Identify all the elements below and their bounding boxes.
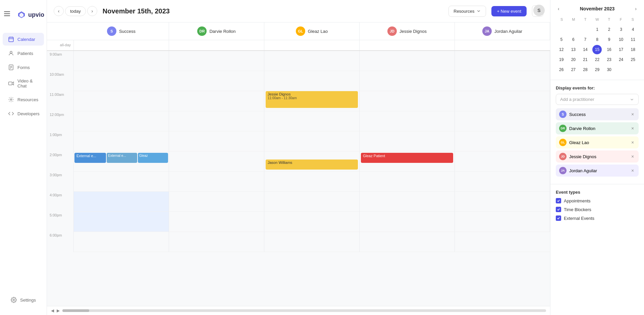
event-jason-williams[interactable]: Jason Williams [266, 160, 358, 170]
cell-jessie-12[interactable] [360, 111, 455, 131]
mini-cal-date-19[interactable]: 19 [557, 55, 566, 64]
next-button[interactable]: › [87, 6, 97, 16]
scroll-left-btn[interactable]: ◀ [50, 308, 55, 314]
mini-cal-date-14[interactable]: 14 [581, 45, 590, 54]
mini-cal-date-empty[interactable] [616, 65, 626, 74]
mini-cal-date-8[interactable]: 8 [592, 35, 602, 44]
cell-jessie-1[interactable] [360, 131, 455, 151]
cell-darvie-11[interactable] [169, 91, 264, 111]
mini-cal-date-15-today[interactable]: 15 [592, 45, 602, 54]
new-event-button[interactable]: + New event [491, 6, 527, 16]
mini-cal-date-24[interactable]: 24 [616, 55, 626, 64]
sidebar-item-patients[interactable]: Patients [3, 47, 44, 60]
cell-gleaz-3[interactable] [264, 172, 360, 192]
mini-cal-date-16[interactable]: 16 [604, 45, 614, 54]
mini-cal-date-22[interactable]: 22 [592, 55, 602, 64]
cell-success-4[interactable] [74, 192, 169, 212]
sidebar-item-settings[interactable]: Settings [5, 294, 41, 306]
event-gleaz-label[interactable]: Gleaz [138, 153, 168, 163]
cell-darvie-6[interactable] [169, 232, 264, 252]
cell-success-1[interactable] [74, 131, 169, 151]
mini-cal-next[interactable]: › [633, 5, 639, 12]
mini-cal-date-26[interactable]: 26 [557, 65, 566, 74]
cell-gleaz-1[interactable] [264, 131, 360, 151]
cell-darvie-5[interactable] [169, 212, 264, 232]
mini-cal-date-5[interactable]: 5 [557, 35, 566, 44]
cell-darvie-1[interactable] [169, 131, 264, 151]
mini-cal-date-empty2[interactable] [628, 65, 638, 74]
cell-jordan-4[interactable] [455, 192, 550, 212]
mini-cal-date-7[interactable]: 7 [581, 35, 590, 44]
cell-gleaz-10[interactable] [264, 71, 360, 91]
mini-cal-date-9[interactable]: 9 [604, 35, 614, 44]
mini-cal-date-4[interactable]: 4 [628, 25, 638, 34]
mini-cal-date-25[interactable]: 25 [628, 55, 638, 64]
chip-close-darvie[interactable]: × [630, 126, 635, 131]
cell-gleaz-5[interactable] [264, 212, 360, 232]
cell-gleaz-4[interactable] [264, 192, 360, 212]
checkbox-external-events[interactable] [556, 215, 561, 221]
cell-success-5[interactable] [74, 212, 169, 232]
sidebar-item-calendar[interactable]: Calendar [3, 33, 44, 46]
hamburger-menu[interactable] [4, 11, 10, 16]
mini-cal-date-20[interactable]: 20 [569, 55, 578, 64]
cell-jordan-11[interactable] [455, 91, 550, 111]
mini-cal-date-3[interactable]: 3 [616, 25, 626, 34]
cell-gleaz-12[interactable] [264, 111, 360, 131]
mini-cal-date[interactable] [557, 25, 566, 34]
cell-jordan-6[interactable] [455, 232, 550, 252]
checkbox-time-blockers[interactable] [556, 207, 561, 212]
cell-jordan-9[interactable] [455, 51, 550, 71]
cell-success-2[interactable]: External e... External e... Gleaz [74, 151, 169, 172]
chip-close-jordan[interactable]: × [630, 168, 635, 173]
cell-jessie-6[interactable] [360, 232, 455, 252]
mini-cal-date-21[interactable]: 21 [581, 55, 590, 64]
sidebar-item-resources[interactable]: Resources [3, 93, 44, 106]
mini-cal-date[interactable] [581, 25, 590, 34]
chip-close-jessie[interactable]: × [630, 154, 635, 159]
cell-darvie-2[interactable] [169, 151, 264, 172]
resources-button[interactable]: Resources [448, 6, 486, 17]
mini-cal-prev[interactable]: ‹ [556, 5, 561, 12]
mini-cal-date-10[interactable]: 10 [616, 35, 626, 44]
cell-success-12[interactable] [74, 111, 169, 131]
cell-success-10[interactable] [74, 71, 169, 91]
mini-cal-date-28[interactable]: 28 [581, 65, 590, 74]
mini-cal-date-27[interactable]: 27 [569, 65, 578, 74]
checkbox-appointments[interactable] [556, 198, 561, 203]
event-external-2[interactable]: External e... [107, 153, 137, 163]
time-grid-container[interactable]: 9:00am 10:00am 11:00am [47, 51, 550, 306]
mini-cal-date-29[interactable]: 29 [592, 65, 602, 74]
sidebar-item-forms[interactable]: Forms [3, 61, 44, 74]
cell-jessie-10[interactable] [360, 71, 455, 91]
cell-jordan-3[interactable] [455, 172, 550, 192]
mini-cal-date-18[interactable]: 18 [628, 45, 638, 54]
cell-jordan-5[interactable] [455, 212, 550, 232]
mini-cal-date-30[interactable]: 30 [604, 65, 614, 74]
cell-darvie-4[interactable] [169, 192, 264, 212]
cell-darvie-3[interactable] [169, 172, 264, 192]
cell-success-9[interactable] [74, 51, 169, 71]
cell-jordan-1[interactable] [455, 131, 550, 151]
chip-close-success[interactable]: × [630, 112, 635, 117]
cell-darvie-9[interactable] [169, 51, 264, 71]
cell-jordan-10[interactable] [455, 71, 550, 91]
cell-jordan-2[interactable] [455, 151, 550, 172]
cell-success-11[interactable] [74, 91, 169, 111]
prev-button[interactable]: ‹ [54, 6, 64, 16]
scroll-right-btn[interactable]: ▶ [55, 308, 61, 314]
cell-jessie-3[interactable] [360, 172, 455, 192]
cell-jessie-9[interactable] [360, 51, 455, 71]
cell-gleaz-6[interactable] [264, 232, 360, 252]
event-external-1[interactable]: External e... [74, 153, 106, 163]
cell-jessie-2[interactable]: Gleaz Patient [360, 151, 455, 172]
cell-gleaz-11[interactable]: Jessie Dignos 11:00am - 11:30am [264, 91, 360, 111]
practitioner-select[interactable]: Add a practitioner [556, 94, 639, 105]
mini-cal-date-17[interactable]: 17 [616, 45, 626, 54]
mini-cal-date-13[interactable]: 13 [569, 45, 578, 54]
today-button[interactable]: today [65, 6, 86, 16]
mini-cal-date-23[interactable]: 23 [604, 55, 614, 64]
chip-close-gleaz[interactable]: × [630, 140, 635, 145]
user-avatar[interactable]: S [533, 5, 545, 16]
cell-success-3[interactable] [74, 172, 169, 192]
